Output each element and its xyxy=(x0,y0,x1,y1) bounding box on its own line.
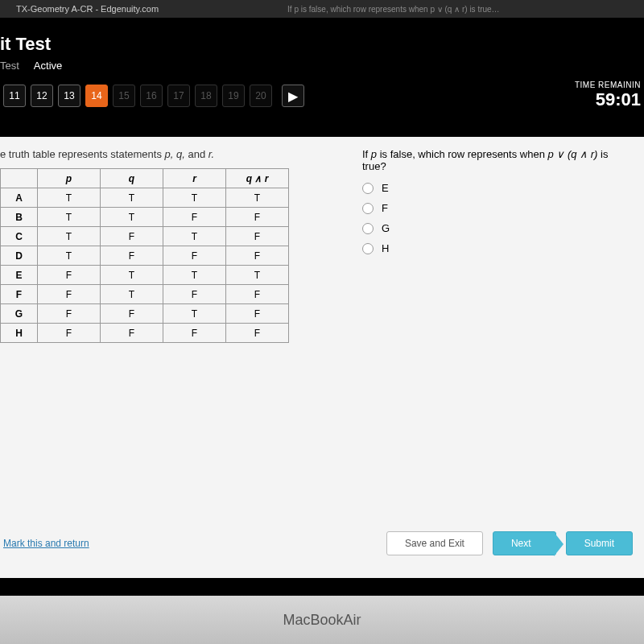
row-label: D xyxy=(1,246,38,266)
question-nav-13[interactable]: 13 xyxy=(58,85,80,107)
option-label: G xyxy=(382,222,390,234)
table-cell: F xyxy=(38,304,101,324)
row-label: B xyxy=(1,208,38,227)
page-title: it Test xyxy=(0,34,644,55)
table-cell: F xyxy=(101,304,163,324)
question-nav-16[interactable]: 16 xyxy=(140,85,163,107)
table-cell: F xyxy=(163,324,226,343)
laptop-model: Air xyxy=(344,612,361,629)
table-cell: F xyxy=(101,246,163,266)
option-label: E xyxy=(382,182,389,194)
table-row: HFFFF xyxy=(1,324,289,343)
timer: TIME REMAININ 59:01 xyxy=(575,80,641,110)
table-cell: T xyxy=(163,188,226,208)
table-row: ATTTT xyxy=(1,188,289,208)
table-cell: F xyxy=(163,208,226,227)
question-text: If p is false, which row represents when… xyxy=(362,148,633,172)
table-cell: F xyxy=(226,246,289,266)
table-row: BTTFF xyxy=(1,208,289,227)
play-icon: ▶ xyxy=(288,89,298,104)
row-label: C xyxy=(1,227,38,246)
answer-option-f[interactable]: F xyxy=(362,202,633,214)
option-label: H xyxy=(382,242,389,254)
question-nav-12[interactable]: 12 xyxy=(31,85,53,107)
table-cell: T xyxy=(38,188,101,208)
table-header: q ∧ r xyxy=(226,169,289,188)
question-nav-18[interactable]: 18 xyxy=(195,85,217,107)
radio-icon xyxy=(362,223,374,234)
next-button[interactable]: Next xyxy=(493,531,556,555)
table-cell: F xyxy=(38,266,101,285)
question-nav-11[interactable]: 11 xyxy=(3,85,26,107)
table-cell: T xyxy=(226,188,289,208)
row-label: F xyxy=(1,285,38,304)
table-header xyxy=(1,169,38,188)
row-label: A xyxy=(1,188,38,208)
table-caption: e truth table represents statements p, q… xyxy=(0,148,338,160)
table-cell: T xyxy=(38,227,101,246)
header-tabs: Test Active xyxy=(0,60,644,76)
radio-icon xyxy=(362,203,374,214)
question-nav-14[interactable]: 14 xyxy=(85,85,108,107)
table-cell: F xyxy=(163,246,226,266)
table-cell: T xyxy=(101,266,163,285)
question-content: e truth table represents statements p, q… xyxy=(0,137,644,578)
table-cell: F xyxy=(38,324,101,343)
footer-bar: Mark this and return Save and Exit Next … xyxy=(0,531,633,555)
table-row: FFTFF xyxy=(1,285,289,304)
table-row: CTFTF xyxy=(1,227,289,246)
table-cell: F xyxy=(226,304,289,324)
answer-options: EFGH xyxy=(362,182,633,254)
table-cell: T xyxy=(38,208,101,227)
table-cell: F xyxy=(226,208,289,227)
table-cell: T xyxy=(38,246,101,266)
radio-icon xyxy=(362,183,374,194)
laptop-brand: MacBook xyxy=(283,612,343,629)
table-row: GFFTF xyxy=(1,304,289,324)
browser-tab-2[interactable]: If p is false, which row represents when… xyxy=(287,5,500,14)
question-panel: If p is false, which row represents when… xyxy=(362,148,633,343)
truth-table-panel: e truth table represents statements p, q… xyxy=(0,148,338,343)
table-cell: F xyxy=(38,285,101,304)
row-label: G xyxy=(1,304,38,324)
table-cell: T xyxy=(101,208,163,227)
table-cell: F xyxy=(101,227,163,246)
table-cell: T xyxy=(163,266,226,285)
laptop-bezel: MacBook Air xyxy=(0,596,644,644)
timer-value: 59:01 xyxy=(575,89,641,110)
truth-table: pqrq ∧ r ATTTTBTTFFCTFTFDTFFFEFTTTFFTFFG… xyxy=(0,168,289,343)
submit-button[interactable]: Submit xyxy=(566,531,633,555)
question-nav-20[interactable]: 20 xyxy=(250,85,272,107)
table-cell: F xyxy=(226,285,289,304)
table-cell: F xyxy=(163,285,226,304)
tab-active[interactable]: Active xyxy=(34,60,62,76)
table-cell: F xyxy=(226,227,289,246)
table-cell: T xyxy=(226,266,289,285)
table-header: q xyxy=(101,169,163,188)
table-cell: F xyxy=(101,324,163,343)
question-nav-15[interactable]: 15 xyxy=(113,85,135,107)
answer-option-h[interactable]: H xyxy=(362,242,633,254)
save-and-exit-button[interactable]: Save and Exit xyxy=(386,531,483,555)
question-nav-19[interactable]: 19 xyxy=(222,85,245,107)
radio-icon xyxy=(362,243,374,254)
table-cell: T xyxy=(163,227,226,246)
mark-and-return-link[interactable]: Mark this and return xyxy=(0,538,89,549)
test-header: it Test Test Active 11 12 13 14 15 16 17… xyxy=(0,18,644,137)
option-label: F xyxy=(382,202,388,214)
table-cell: F xyxy=(226,324,289,343)
table-header: r xyxy=(163,169,226,188)
browser-tab-bar: TX-Geometry A-CR - Edgenuity.com If p is… xyxy=(0,0,644,18)
timer-label: TIME REMAININ xyxy=(575,80,641,89)
table-cell: T xyxy=(101,285,163,304)
tab-test[interactable]: Test xyxy=(0,60,19,76)
answer-option-g[interactable]: G xyxy=(362,222,633,234)
question-nav-17[interactable]: 17 xyxy=(167,85,190,107)
table-header: p xyxy=(38,169,101,188)
row-label: E xyxy=(1,266,38,285)
browser-tab-1[interactable]: TX-Geometry A-CR - Edgenuity.com xyxy=(16,4,159,14)
answer-option-e[interactable]: E xyxy=(362,182,633,194)
question-nav: 11 12 13 14 15 16 17 18 19 20 ▶ xyxy=(0,85,644,107)
next-set-button[interactable]: ▶ xyxy=(282,85,304,107)
row-label: H xyxy=(1,324,38,343)
